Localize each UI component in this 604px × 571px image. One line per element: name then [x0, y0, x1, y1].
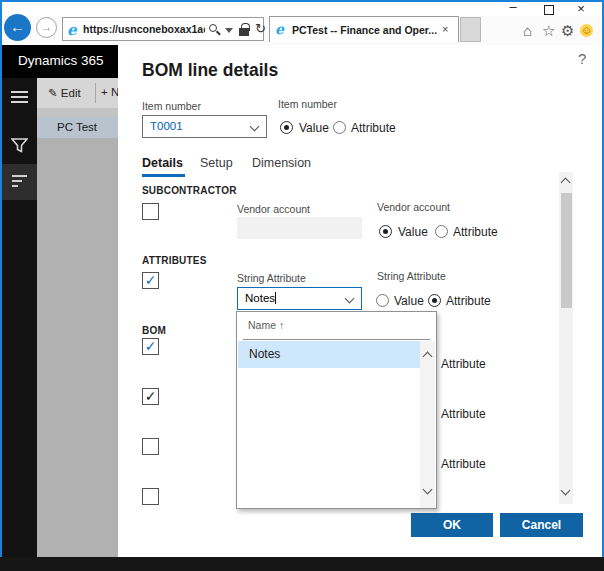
string-attribute-option-label[interactable]: Attribute	[446, 294, 491, 308]
item-mode-attribute-label[interactable]: Attribute	[351, 121, 396, 135]
item-number-combobox[interactable]: T0001	[142, 115, 267, 138]
item-mode-value-label[interactable]: Value	[299, 121, 329, 135]
window-bottom-edge	[0, 557, 604, 571]
bom-section-header: BOM	[142, 325, 166, 336]
maximize-button[interactable]	[544, 5, 554, 15]
ie-tab-icon: e	[275, 21, 284, 37]
string-value-radio[interactable]	[376, 294, 389, 307]
home-icon[interactable]: ⌂	[523, 22, 532, 39]
minimize-button[interactable]: –	[500, 0, 526, 14]
nav-sidebar	[2, 78, 37, 557]
tab-dimension[interactable]: Dimension	[252, 156, 311, 170]
ie-logo-icon: e	[67, 21, 77, 39]
grid-selected-row[interactable]: PC Test	[37, 117, 118, 138]
lookup-row-notes[interactable]: Notes	[238, 341, 435, 368]
chevron-down-icon[interactable]	[345, 294, 355, 304]
dialog-scrollbar-thumb[interactable]	[561, 193, 572, 308]
bom-row1-attribute-label[interactable]: Attribute	[441, 357, 486, 371]
string-attribute-value[interactable]: Notes	[245, 292, 275, 304]
vendor-account-input	[237, 217, 362, 239]
string-mode-label: String Attribute	[377, 270, 446, 282]
subcontractor-checkbox[interactable]	[142, 203, 159, 220]
bom-row3-attribute-label[interactable]: Attribute	[441, 457, 486, 471]
bom-checkbox-1[interactable]: ✓	[142, 338, 159, 355]
plus-icon: +	[101, 86, 108, 98]
tab-close-icon[interactable]: ×	[442, 23, 448, 35]
bom-checkbox-3[interactable]	[142, 438, 159, 455]
string-attribute-combobox[interactable]: Notes	[237, 287, 362, 310]
task-list-icon	[12, 175, 29, 190]
lookup-header-divider	[243, 339, 430, 340]
dialog-title: BOM line details	[142, 60, 278, 81]
vendor-value-label[interactable]: Value	[398, 225, 428, 239]
attributes-section-header: ATTRIBUTES	[142, 255, 207, 266]
settings-icon[interactable]: ⚙	[561, 22, 574, 40]
attributes-checkbox[interactable]: ✓	[142, 272, 159, 289]
action-pane: ✎ Edit + N	[37, 78, 118, 108]
help-icon[interactable]: ?	[578, 50, 586, 67]
hamburger-menu-icon[interactable]	[11, 91, 28, 106]
vendor-attribute-radio[interactable]	[435, 225, 448, 238]
active-tab-underline	[142, 174, 185, 177]
item-number-value[interactable]: T0001	[150, 120, 183, 132]
tab-title: PCTest -- Finance and Oper...	[292, 24, 440, 36]
url-text: https://usnconeboxax1aos.cloud.one...	[83, 23, 205, 35]
vendor-account-label: Vendor account	[237, 203, 310, 215]
browser-toolbar: ← → e https://usnconeboxax1aos.cloud.one…	[2, 16, 602, 45]
favorites-icon[interactable]: ☆	[542, 22, 555, 40]
address-dropdown-icon[interactable]	[225, 28, 233, 33]
vendor-mode-label: Vendor account	[377, 201, 450, 213]
screen: – × ← → e https://usnconeboxax1aos.cloud…	[0, 0, 604, 571]
check-icon: ✓	[145, 272, 157, 288]
toolbar-divider	[95, 83, 96, 103]
text-cursor	[275, 292, 276, 304]
chevron-down-icon[interactable]	[250, 122, 260, 132]
grid-header-strip	[37, 108, 118, 117]
edit-button[interactable]: ✎ Edit	[48, 86, 81, 100]
string-value-label[interactable]: Value	[394, 294, 424, 308]
lookup-flyout: Name ↑ Notes	[236, 311, 437, 509]
lookup-scrollbar[interactable]	[420, 341, 435, 508]
forward-button[interactable]: →	[36, 17, 57, 38]
tab-setup[interactable]: Setup	[200, 156, 233, 170]
search-icon[interactable]	[209, 24, 217, 32]
check-icon: ✓	[145, 338, 157, 354]
string-attribute-label: String Attribute	[237, 272, 306, 284]
lookup-column-header[interactable]: Name ↑	[248, 319, 284, 331]
bom-checkbox-2[interactable]: ✓	[142, 388, 159, 405]
lock-icon	[239, 28, 249, 36]
item-mode-value-radio[interactable]	[280, 121, 293, 134]
item-number-label: Item number	[142, 100, 201, 112]
vendor-attribute-label[interactable]: Attribute	[453, 225, 498, 239]
titlebar: – ×	[2, 2, 602, 16]
bom-checkbox-4[interactable]	[142, 488, 159, 505]
sidebar-active-item[interactable]	[2, 164, 37, 200]
feedback-smiley-icon[interactable]: ☺	[580, 24, 593, 37]
browser-tab[interactable]: e PCTest -- Finance and Oper... ×	[269, 16, 459, 42]
check-icon: ✓	[145, 388, 157, 404]
item-mode-attribute-radio[interactable]	[333, 121, 346, 134]
ok-button[interactable]: OK	[411, 513, 493, 537]
refresh-icon[interactable]: ↻	[255, 21, 266, 36]
app-brand: Dynamics 365	[18, 53, 104, 68]
sort-ascending-icon: ↑	[279, 319, 284, 331]
string-attribute-radio[interactable]	[428, 294, 441, 307]
item-mode-label: Item number	[278, 98, 337, 110]
tab-details[interactable]: Details	[142, 156, 183, 170]
bom-row2-attribute-label[interactable]: Attribute	[441, 407, 486, 421]
back-button[interactable]: ←	[4, 14, 31, 41]
address-bar[interactable]: e https://usnconeboxax1aos.cloud.one... …	[62, 17, 264, 41]
cancel-button[interactable]: Cancel	[500, 513, 583, 537]
filter-icon[interactable]	[11, 138, 28, 153]
new-tab-button[interactable]	[460, 17, 481, 42]
page-background: ✎ Edit + N PC Test	[37, 78, 118, 557]
pencil-icon: ✎	[48, 87, 58, 99]
subcontractor-section-header: SUBCONTRACTOR	[142, 185, 237, 196]
new-button[interactable]: + N	[101, 86, 118, 98]
close-button[interactable]: ×	[568, 2, 594, 16]
vendor-value-radio[interactable]	[379, 225, 392, 238]
